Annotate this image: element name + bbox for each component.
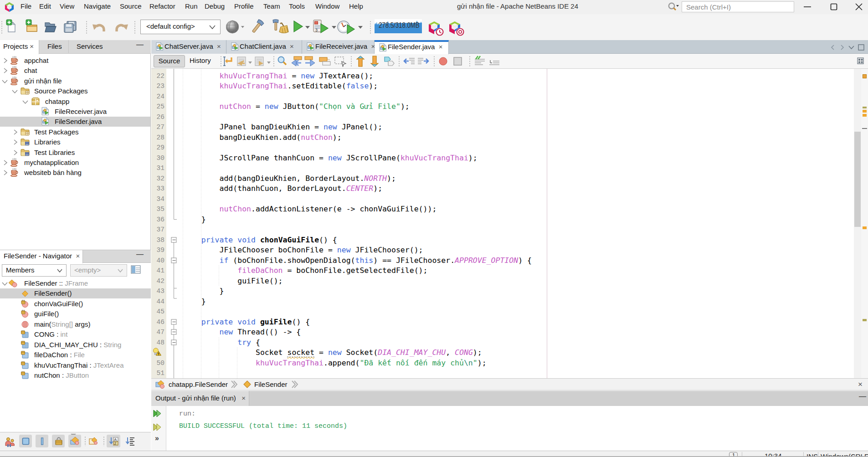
svg-text:Z: Z xyxy=(114,442,117,446)
svg-text:A: A xyxy=(114,437,117,442)
svg-text:3: 3 xyxy=(315,28,318,32)
